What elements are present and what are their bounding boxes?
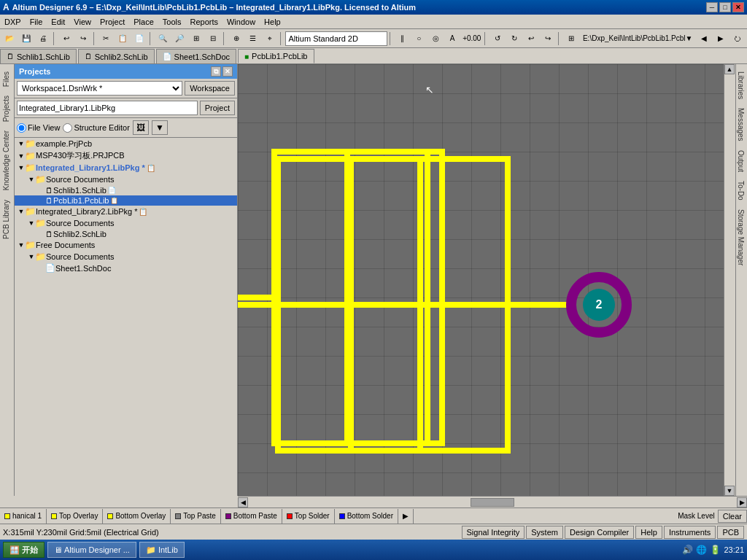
tb-btn-11[interactable]: ☰ [245, 31, 261, 47]
tb-btn-nav2[interactable]: ▶ [713, 31, 729, 47]
status-system[interactable]: System [526, 526, 563, 539]
tb-btn-9[interactable]: ⊟ [205, 31, 221, 47]
path-dropdown[interactable]: E:\Dxp_Keil\IntLib\PcbLib1.Pcbl▼ [580, 34, 696, 42]
tray-icon-2[interactable]: 🌐 [696, 545, 707, 555]
tb-btn-20[interactable]: ↪ [540, 31, 556, 47]
minimize-button[interactable]: ─ [706, 2, 718, 12]
tb-btn-15[interactable]: ◎ [427, 31, 444, 47]
tree-item-msp430[interactable]: ▼ 📁 MSP430学习板.PRJPCB [15, 149, 237, 162]
tree-item-example[interactable]: ▼ 📁 example.PrjPcb [15, 138, 237, 149]
clear-button[interactable]: Clear [718, 510, 747, 523]
sidebar-tab-messages[interactable]: Messages [736, 104, 747, 146]
project-field[interactable] [17, 101, 198, 115]
workspace-button[interactable]: Workspace [185, 81, 235, 96]
taskbar-item-2[interactable]: 📁 IntLib [139, 542, 185, 558]
tb-btn-19[interactable]: ↩ [523, 31, 539, 47]
tb-btn-17[interactable]: ↺ [489, 31, 506, 47]
workspace-dropdown[interactable]: Workspace1.DsnWrk * [17, 81, 182, 96]
tree-item-sheet1[interactable]: 📄 Sheet1.SchDoc [15, 262, 237, 273]
tree-item-src-docs-3[interactable]: ▼ 📁 Source Documents [15, 251, 237, 262]
canvas-area[interactable]: 2 ↖ ▲ ▼ [238, 64, 735, 496]
menu-reports[interactable]: Reports [185, 17, 222, 27]
panel-close-btn[interactable]: ✕ [222, 66, 233, 77]
expand-icon-src3[interactable]: ▼ [28, 253, 35, 260]
status-design-compiler[interactable]: Design Compiler [565, 526, 634, 539]
tb-btn-13[interactable]: ∥ [395, 31, 411, 47]
sidebar-tab-storage[interactable]: Storage Manager [736, 205, 747, 270]
scroll-down-btn[interactable]: ▼ [724, 486, 735, 496]
tab-sheet1[interactable]: 📄 Sheet1.SchDoc [156, 49, 236, 63]
tb-btn-10[interactable]: ⊕ [228, 31, 244, 47]
tree-item-pcblib1[interactable]: 🗒 PcbLib1.PcbLib 📋 [15, 195, 237, 206]
menu-window[interactable]: Window [222, 17, 260, 27]
menu-place[interactable]: Place [129, 17, 158, 27]
layer-top-solder[interactable]: Top Solder [282, 509, 335, 524]
view-icon-btn2[interactable]: ▼ [152, 120, 168, 135]
sidebar-tab-knowledge[interactable]: Knowledge Center [0, 126, 14, 195]
tab-pcblib1[interactable]: ■ PcbLib1.PcbLib [238, 49, 314, 63]
tray-icon-3[interactable]: 🔋 [710, 545, 721, 555]
tb-btn-16[interactable]: A [444, 31, 460, 47]
sidebar-tab-files[interactable]: Files [0, 67, 14, 91]
status-pcb[interactable]: PCB [717, 526, 744, 539]
tree-item-schlib1[interactable]: 🗒 Schlib1.SchLib 📄 [15, 185, 237, 195]
tree-item-schlib2[interactable]: 🗒 Schlib2.SchLib [15, 229, 237, 239]
tb-btn-8[interactable]: 📄 [131, 31, 147, 47]
tb-btn-7[interactable]: 📋 [115, 31, 131, 47]
menu-edit[interactable]: Edit [47, 17, 69, 27]
h-scrollbar[interactable]: ◀ ▶ [238, 496, 747, 508]
tree-item-intlib2[interactable]: ▼ 📁 Integrated_Library2.LibPkg * 📋 [15, 206, 237, 217]
tb-btn-21[interactable]: ⊞ [563, 31, 579, 47]
panel-float-btn[interactable]: ⧉ [211, 66, 221, 77]
scroll-left-btn[interactable]: ◀ [238, 497, 248, 508]
layer-bottom-solder[interactable]: Bottom Solder [335, 509, 398, 524]
menu-project[interactable]: Project [96, 17, 129, 27]
tb-btn-1[interactable]: 📂 [1, 31, 18, 47]
sidebar-tab-pcblibrary[interactable]: PCB Library [0, 195, 14, 244]
tb-btn-18[interactable]: ↻ [506, 31, 522, 47]
h-scroll-thumb[interactable] [471, 498, 514, 507]
tab-schlib1[interactable]: 🗒 Schlib1.SchLib [0, 49, 77, 63]
h-scroll-track[interactable] [248, 497, 737, 508]
start-button[interactable]: 🪟 开始 [3, 542, 44, 558]
layer-mechanical[interactable]: hanical 1 [0, 509, 47, 524]
tb-btn-3[interactable]: 🖨 [35, 31, 51, 47]
taskbar-item-1[interactable]: 🖥 Altium Designer ... [47, 542, 136, 558]
tb-btn-2[interactable]: 💾 [18, 31, 34, 47]
tree-item-free-docs[interactable]: ▼ 📁 Free Documents [15, 239, 237, 251]
status-instruments[interactable]: Instruments [664, 526, 716, 539]
expand-icon-intlib1[interactable]: ▼ [18, 164, 25, 171]
tree-item-intlib1[interactable]: ▼ 📁 Integrated_Library1.LibPkg * 📋 [15, 162, 237, 174]
expand-icon-intlib2[interactable]: ▼ [18, 208, 25, 215]
structure-editor-radio[interactable]: Structure Editor [63, 123, 129, 133]
tb-btn-zoom-out[interactable]: 🔍 [155, 31, 171, 47]
expand-icon-msp430[interactable]: ▼ [18, 152, 25, 160]
tb-btn-zoom-in[interactable]: 🔎 [171, 31, 187, 47]
layer-bottom-overlay[interactable]: Bottom Overlay [103, 509, 171, 524]
file-view-radio[interactable]: File View [17, 123, 60, 133]
tb-btn-5[interactable]: ↪ [75, 31, 91, 47]
tree-item-src-docs-2[interactable]: ▼ 📁 Source Documents [15, 217, 237, 229]
project-button[interactable]: Project [200, 101, 235, 115]
expand-icon-src1[interactable]: ▼ [28, 176, 35, 183]
scroll-up-btn[interactable]: ▲ [724, 64, 735, 74]
menu-view[interactable]: View [69, 17, 96, 27]
menu-dxp[interactable]: DXP [0, 17, 26, 27]
close-button[interactable]: ✕ [732, 2, 744, 12]
sidebar-tab-libraries[interactable]: Libraries [736, 67, 747, 104]
v-scrollbar[interactable]: ▲ ▼ [724, 64, 735, 496]
tb-btn-12[interactable]: ⌖ [262, 31, 278, 47]
expand-icon-example[interactable]: ▼ [18, 140, 25, 147]
menu-tools[interactable]: Tools [158, 17, 186, 27]
layer-top-overlay[interactable]: Top Overlay [47, 509, 103, 524]
tb-btn-4[interactable]: ↩ [58, 31, 74, 47]
tb-btn-fit[interactable]: ⊞ [188, 31, 204, 47]
sidebar-tab-todo[interactable]: To-Do [736, 176, 747, 205]
sidebar-tab-output[interactable]: Output [736, 146, 747, 176]
layer-bottom-paste[interactable]: Bottom Paste [221, 509, 282, 524]
status-help[interactable]: Help [635, 526, 662, 539]
view-icon-btn1[interactable]: 🖼 [133, 120, 149, 135]
status-signal-integrity[interactable]: Signal Integrity [462, 526, 525, 539]
sidebar-tab-projects[interactable]: Projects [0, 91, 14, 126]
expand-icon-src2[interactable]: ▼ [28, 219, 35, 227]
